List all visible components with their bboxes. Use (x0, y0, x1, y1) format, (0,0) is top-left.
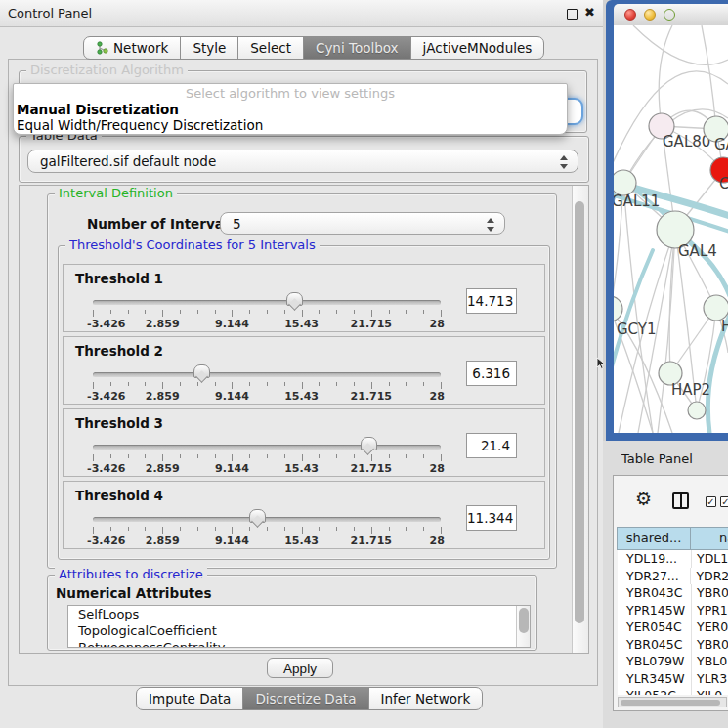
network-node[interactable] (614, 296, 622, 321)
scrollbar-thumb[interactable] (621, 700, 720, 706)
checkbox-checked-icon[interactable]: ✓ (706, 496, 716, 507)
tab-network[interactable]: Network (83, 36, 181, 60)
slider-thumb[interactable] (361, 437, 377, 450)
table-row[interactable]: YDL19...YDL1 (618, 550, 728, 568)
threshold-slider[interactable]: -3.4262.8599.14415.4321.71528 (93, 294, 441, 331)
zoom-traffic-light-icon[interactable] (664, 9, 675, 21)
threshold-value-field[interactable]: 21.4 (466, 433, 517, 458)
slider-track[interactable] (93, 445, 441, 450)
network-edge[interactable] (633, 25, 728, 64)
combobox-stepper-icon[interactable] (487, 217, 495, 233)
scrollbar-thumb[interactable] (519, 608, 529, 633)
cell-name[interactable]: YDL1 (692, 550, 728, 568)
cell-name[interactable]: YBR0 (692, 636, 728, 654)
column-layout-icon[interactable] (672, 492, 689, 509)
network-graph[interactable]: GAL80GACGAL11GAL4GCY1HHAP2 (614, 25, 728, 433)
number-of-intervals-combobox[interactable]: 5 (220, 212, 505, 235)
table-row[interactable]: YDR27...YDR2 (618, 568, 728, 585)
vertical-scrollbar[interactable] (572, 186, 588, 653)
slider-tick-labels: -3.4262.8599.14415.4321.71528 (93, 462, 441, 475)
threshold-slider[interactable]: -3.4262.8599.14415.4321.71528 (93, 439, 441, 476)
threshold-value-field[interactable]: 11.344 (466, 505, 517, 531)
network-canvas[interactable]: GAL80GACGAL11GAL4GCY1HHAP2 (614, 25, 728, 433)
checkbox-checked-icon[interactable]: ✓ (720, 496, 728, 507)
cell-shared-name[interactable]: YER054C (618, 619, 692, 636)
float-window-icon[interactable] (567, 9, 578, 20)
cell-shared-name[interactable]: YBR043C (618, 584, 692, 602)
interval-definition-group: Interval Definition Number of Intervals … (47, 193, 557, 569)
threshold-slider[interactable]: -3.4262.8599.14415.4321.71528 (93, 511, 441, 548)
window-title: Control Panel (8, 6, 92, 21)
tick-label: 2.859 (146, 462, 180, 475)
network-edge[interactable] (623, 183, 653, 433)
combobox-stepper-icon[interactable] (560, 154, 569, 170)
cell-shared-name[interactable]: YLR345W (618, 670, 692, 688)
cell-shared-name[interactable]: YPR145W (618, 602, 692, 620)
cell-shared-name[interactable]: YBR045C (618, 636, 692, 654)
list-scrollbar[interactable] (516, 606, 530, 647)
network-node-label: GCY1 (617, 321, 657, 338)
cell-shared-name[interactable]: YBL079W (618, 653, 692, 670)
slider-thumb[interactable] (286, 292, 303, 306)
tab-impute-data[interactable]: Impute Data (136, 687, 243, 710)
attribute-list-item[interactable]: SelfLoops (68, 606, 530, 622)
table-row[interactable]: YBR045CYBR0 (618, 636, 728, 654)
horizontal-scrollbar[interactable] (618, 697, 727, 707)
table-row[interactable]: YBL079WYBL0 (618, 653, 728, 670)
close-icon[interactable]: ✖ (584, 5, 595, 20)
minimize-traffic-light-icon[interactable] (644, 9, 656, 21)
slider-track[interactable] (93, 517, 441, 522)
attribute-list-item[interactable]: TopologicalCoefficient (68, 622, 530, 639)
cell-shared-name[interactable]: YIL052C (618, 687, 692, 695)
slider-thumb[interactable] (193, 364, 210, 378)
minor-tick (319, 310, 320, 314)
cell-name[interactable]: YER0 (692, 619, 728, 636)
dropdown-option-equal-width[interactable]: Equal Width/Frequency Discretization (14, 117, 567, 133)
slider-thumb[interactable] (249, 509, 266, 523)
table-row[interactable]: YPR145WYPR1 (618, 602, 728, 620)
tab-discretize-data[interactable]: Discretize Data (242, 687, 368, 710)
slider-track[interactable] (93, 372, 441, 377)
table-row[interactable]: YBR043CYBR0 (618, 584, 728, 602)
cell-name[interactable]: YLR3 (692, 670, 727, 688)
attribute-list-item[interactable]: BetweennessCentrality (68, 639, 530, 648)
apply-button[interactable]: Apply (267, 658, 333, 678)
table-row[interactable]: YLR345WYLR3 (618, 670, 728, 688)
scrollbar-thumb[interactable] (575, 201, 584, 623)
slider-track[interactable] (93, 300, 441, 305)
network-node[interactable] (688, 402, 706, 419)
network-edge[interactable] (659, 25, 672, 126)
close-traffic-light-icon[interactable] (624, 9, 636, 21)
major-tick (302, 527, 303, 534)
table-panel-title: Table Panel (621, 451, 693, 466)
threshold-value-field[interactable]: 6.316 (466, 361, 517, 386)
gear-icon[interactable]: ⚙ (635, 488, 652, 509)
tab-cyni-toolbox[interactable]: Cyni Toolbox (303, 36, 411, 60)
major-tick (232, 454, 233, 461)
tick-label: 21.715 (351, 390, 392, 403)
table-data-combobox[interactable]: galFiltered.sif default node (27, 150, 578, 173)
tab-jactivemnodules[interactable]: jActiveMNodules (410, 36, 545, 60)
tab-style[interactable]: Style (180, 36, 238, 60)
cell-name[interactable]: YIL0 (692, 687, 722, 695)
threshold-value-field[interactable]: 14.713 (466, 288, 517, 314)
cell-name[interactable]: YBL0 (692, 653, 727, 670)
major-tick (93, 310, 94, 317)
cell-name[interactable]: YPR1 (692, 602, 728, 620)
column-header-shared-name[interactable]: shared... (617, 527, 691, 550)
dropdown-option-manual[interactable]: Manual Discretization (14, 102, 567, 117)
minor-tick (389, 454, 390, 458)
cell-name[interactable]: YDR2 (691, 568, 728, 585)
table-row[interactable]: YIL052CYIL0 (618, 687, 728, 695)
cell-shared-name[interactable]: YDR27... (618, 568, 691, 585)
major-tick (302, 382, 303, 389)
table-row[interactable]: YER054CYER0 (618, 619, 728, 636)
network-edge[interactable] (702, 25, 716, 129)
tab-select[interactable]: Select (237, 36, 304, 60)
cell-name[interactable]: YBR0 (692, 584, 728, 602)
cell-shared-name[interactable]: YDL19... (618, 550, 692, 568)
column-header-name[interactable]: na (690, 527, 728, 550)
tab-infer-network[interactable]: Infer Network (368, 687, 484, 710)
attributes-list[interactable]: SelfLoopsTopologicalCoefficientBetweenne… (67, 605, 531, 648)
threshold-slider[interactable]: -3.4262.8599.14415.4321.71528 (93, 366, 441, 404)
